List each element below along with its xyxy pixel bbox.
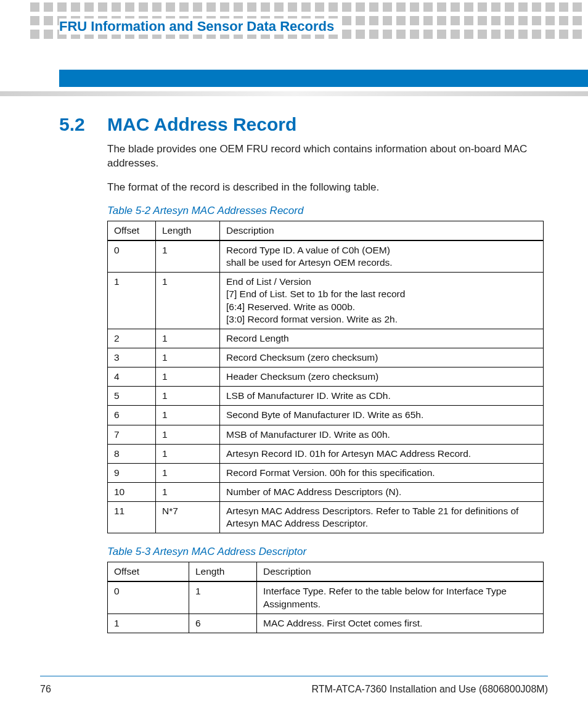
table-cell: 1 (156, 444, 220, 463)
table-cell: Record Format Version. 00h for this spec… (220, 463, 544, 482)
chapter-title: FRU Information and Sensor Data Records (59, 18, 340, 35)
section-title: MAC Address Record (107, 114, 296, 134)
table-row: 101Number of MAC Address Descriptors (N)… (108, 482, 544, 501)
table-cell: 1 (156, 329, 220, 348)
table-cell: Record Length (220, 329, 544, 348)
table-cell: MSB of Manufacturer ID. Write as 00h. (220, 425, 544, 444)
col-description: Description (220, 221, 544, 240)
col-description: Description (257, 562, 544, 582)
table-cell: 3 (108, 348, 156, 367)
table-row: 41Header Checksum (zero checksum) (108, 367, 544, 387)
table-header-row: Offset Length Description (108, 562, 544, 582)
page-footer: 76 RTM-ATCA-7360 Installation and Use (6… (40, 684, 548, 695)
col-length: Length (189, 562, 257, 582)
paragraph: The format of the record is described in… (107, 181, 544, 195)
table-header-row: Offset Length Description (108, 221, 544, 240)
table-cell: 1 (156, 348, 220, 367)
table-cell: 5 (108, 387, 156, 406)
table-cell: 0 (108, 581, 189, 614)
header-blue-bar (59, 70, 588, 87)
table-row: 51LSB of Manufacturer ID. Write as CDh. (108, 387, 544, 406)
table-row: 01Interface Type. Refer to the table bel… (108, 581, 544, 614)
table-row: 71MSB of Manufacturer ID. Write as 00h. (108, 425, 544, 444)
header-gradient-bar (0, 91, 588, 96)
table-cell: End of List / Version[7] End of List. Se… (220, 273, 544, 329)
section-heading: 5.2MAC Address Record (59, 114, 544, 135)
table-row: 61Second Byte of Manufacturer ID. Write … (108, 406, 544, 425)
table-cell: 6 (189, 614, 257, 633)
table-cell: MAC Address. First Octet comes first. (257, 614, 544, 633)
table-cell: 1 (156, 240, 220, 273)
table-row: 81Artesyn Record ID. 01h for Artesyn MAC… (108, 444, 544, 463)
col-offset: Offset (108, 562, 189, 582)
table-cell: Second Byte of Manufacturer ID. Write as… (220, 406, 544, 425)
table-cell: 6 (108, 406, 156, 425)
table-cell: LSB of Manufacturer ID. Write as CDh. (220, 387, 544, 406)
paragraph: The blade provides one OEM FRU record wh… (107, 142, 544, 171)
table-row: 91Record Format Version. 00h for this sp… (108, 463, 544, 482)
mac-address-descriptor-table: Offset Length Description 01Interface Ty… (107, 562, 544, 633)
col-length: Length (156, 221, 220, 240)
table-cell: 1 (156, 406, 220, 425)
table-cell: 1 (108, 273, 156, 329)
table-row: 21Record Length (108, 329, 544, 348)
table-cell: 1 (189, 581, 257, 614)
table-cell: 1 (156, 463, 220, 482)
doc-title: RTM-ATCA-7360 Installation and Use (6806… (311, 684, 548, 695)
table-cell: 9 (108, 463, 156, 482)
section-number: 5.2 (59, 114, 107, 135)
table-cell: 1 (156, 367, 220, 387)
table-caption-1: Table 5-2 Artesyn MAC Addresses Record (107, 205, 544, 217)
table-cell: Record Checksum (zero checksum) (220, 348, 544, 367)
table-cell: 2 (108, 329, 156, 348)
mac-addresses-record-table: Offset Length Description 01Record Type … (107, 221, 544, 534)
table-cell: 1 (156, 273, 220, 329)
table-cell: 8 (108, 444, 156, 463)
table-cell: 1 (156, 387, 220, 406)
table-row: 11N*7Artesyn MAC Address Descriptors. Re… (108, 502, 544, 533)
footer-rule (40, 676, 548, 676)
table-cell: 1 (108, 614, 189, 633)
table-row: 01Record Type ID. A value of C0h (OEM)sh… (108, 240, 544, 273)
table-cell: Number of MAC Address Descriptors (N). (220, 482, 544, 501)
table-cell: Record Type ID. A value of C0h (OEM)shal… (220, 240, 544, 273)
table-row: 11End of List / Version[7] End of List. … (108, 273, 544, 329)
table-cell: 1 (156, 425, 220, 444)
table-cell: Interface Type. Refer to the table below… (257, 581, 544, 614)
page-number: 76 (40, 684, 51, 695)
table-cell: 10 (108, 482, 156, 501)
col-offset: Offset (108, 221, 156, 240)
table-cell: 7 (108, 425, 156, 444)
table-cell: N*7 (156, 502, 220, 533)
table-cell: Header Checksum (zero checksum) (220, 367, 544, 387)
table-cell: 0 (108, 240, 156, 273)
table-row: 31Record Checksum (zero checksum) (108, 348, 544, 367)
table-cell: 11 (108, 502, 156, 533)
table-cell: Artesyn MAC Address Descriptors. Refer t… (220, 502, 544, 533)
table-caption-2: Table 5-3 Artesyn MAC Address Descriptor (107, 546, 544, 558)
table-cell: Artesyn Record ID. 01h for Artesyn MAC A… (220, 444, 544, 463)
table-cell: 1 (156, 482, 220, 501)
table-row: 16MAC Address. First Octet comes first. (108, 614, 544, 633)
table-cell: 4 (108, 367, 156, 387)
